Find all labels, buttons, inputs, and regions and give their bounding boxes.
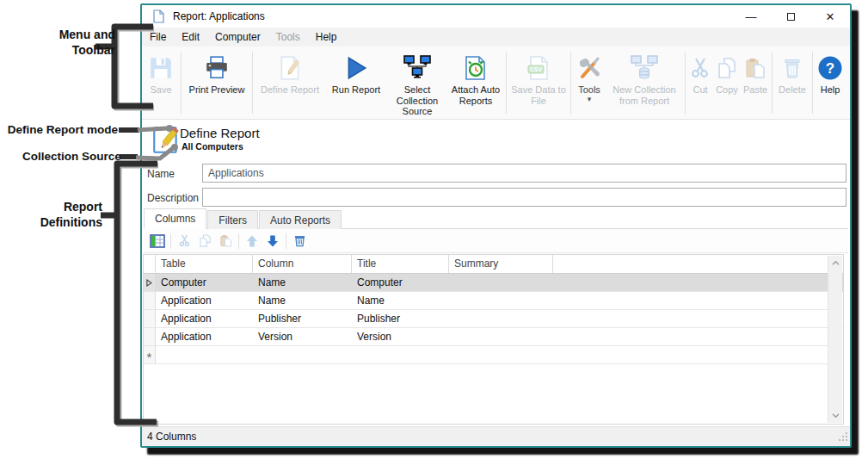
minimize-button[interactable]: — <box>731 5 771 28</box>
scroll-down-button[interactable] <box>828 408 843 423</box>
toolbar-separator <box>685 52 686 114</box>
row-header-column <box>144 255 156 273</box>
collection-report-icon <box>630 53 659 84</box>
maximize-icon <box>787 13 795 21</box>
svg-text:CSV: CSV <box>530 66 543 72</box>
new-row-marker: * <box>144 346 156 363</box>
add-column-button[interactable] <box>147 232 168 251</box>
select-collection-source-button[interactable]: Select Collection Source <box>387 48 447 117</box>
name-input[interactable] <box>202 164 846 183</box>
grid-header-row: Table Column Title Summary <box>144 255 843 274</box>
define-report-button: Define Report <box>255 48 325 117</box>
paste-button: Paste <box>741 48 770 117</box>
chevron-up-icon <box>831 260 840 266</box>
computer-network-icon <box>403 53 432 84</box>
minibar-separator <box>286 233 286 249</box>
window-title: Report: Applications <box>173 10 265 22</box>
toolbar-separator <box>772 52 773 114</box>
trash-icon <box>781 53 803 84</box>
scroll-up-button[interactable] <box>828 256 843 270</box>
header-column[interactable]: Column <box>253 255 352 273</box>
columns-toolbar <box>144 229 848 253</box>
status-text: 4 Columns <box>147 431 196 443</box>
vertical-scrollbar[interactable] <box>828 256 842 423</box>
maximize-button[interactable] <box>771 5 810 28</box>
mode-title: Define Report <box>180 126 260 140</box>
close-button[interactable]: ✕ <box>810 5 850 28</box>
selected-row-marker <box>144 274 156 291</box>
play-icon <box>343 53 369 84</box>
delete-column-button[interactable] <box>289 232 310 251</box>
help-icon: ? <box>817 53 843 84</box>
save-data-to-file-button: CSV Save Data to File <box>508 48 569 117</box>
attach-auto-reports-button[interactable]: Attach Auto Reports <box>447 48 504 117</box>
title-bar[interactable]: Report: Applications — ✕ <box>142 5 850 28</box>
define-report-icon <box>277 53 303 84</box>
print-preview-button[interactable]: Print Preview <box>183 48 250 117</box>
tab-strip: Columns Filters Auto Reports <box>144 208 848 229</box>
application-window: Report: Applications — ✕ File Edit Compu… <box>140 3 852 448</box>
minibar-separator <box>238 233 239 249</box>
new-collection-from-report-button: New Collection from Report <box>606 48 683 117</box>
chevron-down-icon <box>831 412 840 419</box>
menu-file[interactable]: File <box>142 31 174 43</box>
header-summary[interactable]: Summary <box>449 255 553 273</box>
clipboard-icon <box>219 234 232 247</box>
paste-column-button <box>215 232 236 251</box>
row-arrow-icon <box>146 279 152 287</box>
define-report-mode-icon <box>151 125 182 159</box>
callout-collection-source: Collection Source <box>22 149 117 164</box>
description-input[interactable] <box>202 188 846 207</box>
define-report-header: Define Report All Computers <box>142 121 850 164</box>
columns-grid: Table Column Title Summary Computer Name… <box>143 254 844 425</box>
toolbar-separator <box>252 52 253 114</box>
table-row[interactable]: Application Name Name <box>144 292 843 310</box>
auto-report-clock-icon <box>463 53 489 84</box>
move-down-button[interactable] <box>262 232 283 251</box>
tab-filters[interactable]: Filters <box>207 210 258 229</box>
table-row[interactable]: Application Publisher Publisher <box>144 310 843 328</box>
printer-icon <box>204 53 230 84</box>
menu-tools: Tools <box>268 31 308 43</box>
help-button[interactable]: ? Help <box>815 48 846 117</box>
trash-icon <box>293 234 306 247</box>
name-label: Name <box>147 168 175 180</box>
menu-help[interactable]: Help <box>308 31 345 43</box>
tab-auto-reports[interactable]: Auto Reports <box>259 210 342 229</box>
header-title[interactable]: Title <box>352 255 449 273</box>
main-toolbar: Save Print Preview Define Report Run Rep… <box>142 47 850 120</box>
toolbar-separator <box>570 52 571 114</box>
save-icon <box>148 53 174 84</box>
callout-report-definitions: Report Definitions <box>21 199 102 230</box>
toolbar-separator <box>181 52 182 114</box>
table-row[interactable]: Application Version Version <box>144 328 843 346</box>
toolbar-separator <box>506 52 507 114</box>
minibar-separator <box>170 233 171 249</box>
arrow-down-icon <box>266 234 280 248</box>
document-icon <box>151 9 165 23</box>
run-report-button[interactable]: Run Report <box>325 48 387 117</box>
copy-icon <box>199 234 212 247</box>
resize-grip[interactable] <box>838 431 848 444</box>
table-row[interactable]: Computer Name Computer <box>144 274 843 292</box>
scissors-icon <box>689 53 711 84</box>
dropdown-caret-icon: ▾ <box>588 96 592 102</box>
tab-columns[interactable]: Columns <box>144 208 206 229</box>
copy-button: Copy <box>713 48 741 117</box>
header-table[interactable]: Table <box>156 255 253 273</box>
tools-icon <box>576 53 602 84</box>
menu-computer[interactable]: Computer <box>207 31 268 43</box>
save-button: Save <box>143 48 179 117</box>
tools-button[interactable]: Tools ▾ <box>573 48 606 117</box>
arrow-up-icon <box>245 234 259 248</box>
new-row[interactable]: * <box>144 346 843 364</box>
csv-file-icon: CSV <box>526 53 551 84</box>
collection-source-value[interactable]: All Computers <box>182 141 243 152</box>
menu-bar: File Edit Computer Tools Help <box>142 28 850 47</box>
table-icon <box>150 233 165 249</box>
callout-menu-toolbar: Menu and Toolbar <box>24 27 115 58</box>
menu-edit[interactable]: Edit <box>174 31 207 43</box>
callout-define-report-mode: Define Report mode <box>2 122 118 138</box>
move-up-button <box>242 232 262 251</box>
copy-icon <box>716 53 738 84</box>
